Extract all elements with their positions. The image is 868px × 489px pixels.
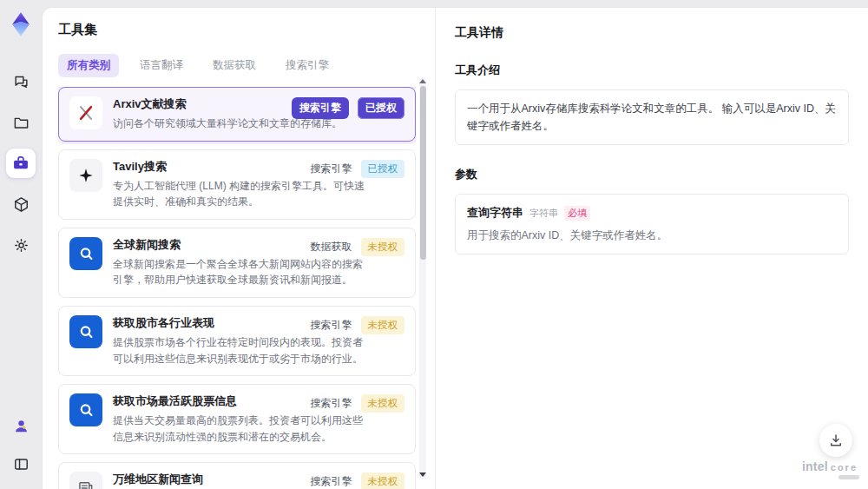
core-brand-text: core <box>831 463 858 472</box>
intel-core-brand: intel core <box>802 460 859 479</box>
param-required-badge: 必填 <box>564 206 590 221</box>
tab-category-0[interactable]: 所有类别 <box>58 54 119 77</box>
auth-status-badge: 未授权 <box>361 316 405 334</box>
sidebar-item-cube[interactable] <box>6 189 36 219</box>
auth-status-badge: 未授权 <box>361 472 405 489</box>
panel-toggle-icon <box>13 456 30 472</box>
app-logo-diamond-icon[interactable] <box>7 10 35 39</box>
intro-heading: 工具介绍 <box>455 63 849 78</box>
tool-description: 提供股票市场各个行业在特定时间段内的表现。投资者可以利用这些信息来识别表现优于或… <box>113 334 370 367</box>
tool-card[interactable]: Tavily搜索专为人工智能代理 (LLM) 构建的搜索引擎工具。可快速提供实时… <box>58 149 416 220</box>
arxiv-icon <box>69 96 102 129</box>
cube-icon <box>13 196 30 213</box>
auth-status-badge: 未授权 <box>361 238 405 256</box>
tool-category-tag: 搜索引擎 <box>311 474 352 489</box>
tool-tags: 搜索引擎未授权 <box>311 472 405 489</box>
tool-tags: 搜索引擎已授权 <box>292 97 404 119</box>
tool-category-tag: 搜索引擎 <box>311 318 352 333</box>
tool-card[interactable]: 获取市场最活跃股票信息提供当天交易量最高的股票列表。投资者可以利用这些信息来识别… <box>58 384 416 454</box>
chat-icon <box>13 74 30 90</box>
tab-category-3[interactable]: 搜索引擎 <box>277 54 338 77</box>
tool-tags: 搜索引擎未授权 <box>311 316 405 334</box>
main-surface: 工具集 所有类别语言翻译数据获取搜索引擎 Arxiv文献搜索访问各个研究领域大量… <box>42 7 868 489</box>
sidebar-item-user[interactable] <box>6 411 36 440</box>
download-button[interactable] <box>819 424 852 457</box>
tool-name: 获取股市各行业表现 <box>113 315 312 331</box>
tool-name: 万维地区新闻查询 <box>113 472 312 487</box>
auth-status-badge: 未授权 <box>361 394 405 413</box>
details-title: 工具详情 <box>455 25 849 41</box>
auth-status-badge: 已授权 <box>358 97 404 119</box>
stock-icon <box>69 393 102 426</box>
sidebar-item-tools[interactable] <box>6 149 36 178</box>
tool-category-tag: 搜索引擎 <box>311 162 352 176</box>
tool-name: Tavily搜索 <box>113 159 312 175</box>
intel-brand-text: intel <box>802 460 828 472</box>
sidebar-item-settings[interactable] <box>6 230 36 260</box>
sidebar-item-chat[interactable] <box>6 67 36 96</box>
param-type: 字符串 <box>529 207 558 220</box>
tool-description: 提供当天交易量最高的股票列表。投资者可以利用这些信息来识别流动性强的股票和潜在的… <box>113 413 370 445</box>
page-title: 工具集 <box>58 22 435 38</box>
stock-icon <box>69 315 102 348</box>
tool-name: Arxiv文献搜索 <box>113 96 312 112</box>
tool-card[interactable]: 全球新闻搜索全球新闻搜索是一个聚合全球各大新闻网站内容的搜索引擎，帮助用户快速获… <box>58 228 416 298</box>
user-avatar-icon <box>13 418 30 434</box>
sidebar-nav <box>6 67 36 260</box>
tab-category-1[interactable]: 语言翻译 <box>131 54 192 77</box>
tool-list-panel: 工具集 所有类别语言翻译数据获取搜索引擎 Arxiv文献搜索访问各个研究领域大量… <box>43 8 435 489</box>
folder-icon <box>13 115 30 131</box>
params-list: 查询字符串字符串必填用于搜索的Arxiv ID、关键字或作者姓名。 <box>455 194 849 254</box>
tool-description: 专为人工智能代理 (LLM) 构建的搜索引擎工具。可快速提供实时、准确和真实的结… <box>113 178 370 210</box>
param-name: 查询字符串 <box>467 205 523 221</box>
sidebar <box>0 0 42 489</box>
sidebar-item-panel-toggle[interactable] <box>6 449 36 479</box>
intel-brand-sub-badge <box>838 475 859 479</box>
category-tabs: 所有类别语言翻译数据获取搜索引擎 <box>58 54 435 77</box>
sidebar-bottom <box>6 411 36 479</box>
tool-details-panel: 工具详情 工具介绍 一个用于从Arxiv存储库搜索科学论文和文章的工具。 输入可… <box>435 8 868 489</box>
param-description: 用于搜索的Arxiv ID、关键字或作者姓名。 <box>467 228 837 243</box>
tool-tags: 搜索引擎已授权 <box>311 160 405 178</box>
tool-name: 全球新闻搜索 <box>113 237 312 253</box>
sidebar-item-folder[interactable] <box>6 108 36 137</box>
tool-card[interactable]: 万维地区新闻查询查询具体行政区划内的新闻，快速了解各地新闻动搜索引擎未授权 <box>58 462 416 489</box>
tool-name: 获取市场最活跃股票信息 <box>113 393 312 409</box>
tab-category-2[interactable]: 数据获取 <box>204 54 265 77</box>
scroll-up-arrow-icon[interactable] <box>419 79 426 83</box>
download-icon <box>828 433 844 448</box>
auth-status-badge: 已授权 <box>361 160 405 178</box>
scrollbar-thumb[interactable] <box>420 86 426 260</box>
tool-card[interactable]: Arxiv文献搜索访问各个研究领域大量科学论文和文章的存储库。搜索引擎已授权 <box>58 87 416 142</box>
tavily-icon <box>69 159 102 192</box>
list-scrollbar[interactable] <box>419 77 426 479</box>
tool-card[interactable]: 获取股市各行业表现提供股票市场各个行业在特定时间段内的表现。投资者可以利用这些信… <box>58 306 416 376</box>
globalnews-icon <box>69 237 102 270</box>
parameter-item: 查询字符串字符串必填用于搜索的Arxiv ID、关键字或作者姓名。 <box>455 194 849 254</box>
tool-category-tag: 搜索引擎 <box>311 396 352 411</box>
tool-cards-list: Arxiv文献搜索访问各个研究领域大量科学论文和文章的存储库。搜索引擎已授权Ta… <box>58 87 416 489</box>
tool-category-tag: 搜索引擎 <box>292 97 349 119</box>
scroll-down-arrow-icon[interactable] <box>419 472 426 477</box>
toolbox-icon <box>12 155 30 172</box>
gear-icon <box>13 237 30 254</box>
tool-intro-text: 一个用于从Arxiv存储库搜索科学论文和文章的工具。 输入可以是Arxiv ID… <box>455 89 849 145</box>
tool-category-tag: 数据获取 <box>311 240 352 254</box>
tool-description: 全球新闻搜索是一个聚合全球各大新闻网站内容的搜索引擎，帮助用户快速获取全球最新资… <box>113 256 370 288</box>
newspaper-icon <box>69 472 102 489</box>
tool-tags: 搜索引擎未授权 <box>311 394 405 413</box>
params-heading: 参数 <box>455 167 849 182</box>
tool-tags: 数据获取未授权 <box>311 238 405 256</box>
